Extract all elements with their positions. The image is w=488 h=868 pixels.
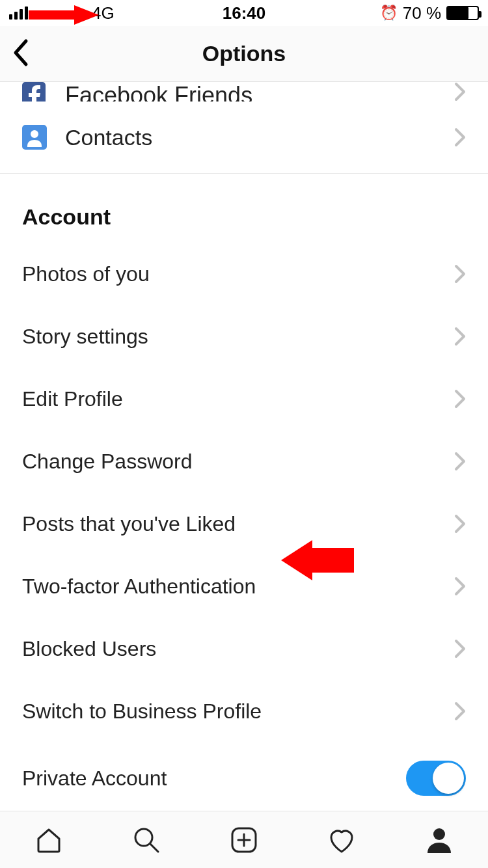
list-item-label: Posts that you've Liked — [22, 512, 236, 536]
list-item-label: Two-factor Authentication — [22, 575, 256, 599]
alarm-icon: ⏰ — [380, 5, 398, 21]
list-item-facebook-friends[interactable]: Facebook Friends — [0, 82, 488, 102]
list-item-posts-liked[interactable]: Posts that you've Liked — [0, 493, 488, 555]
clock: 16:40 — [223, 3, 266, 23]
status-bar: 4G 16:40 ⏰ 70 % — [0, 0, 488, 26]
chevron-right-icon — [454, 576, 466, 596]
list-item-photos-of-you[interactable]: Photos of you — [0, 243, 488, 305]
tab-add-post[interactable] — [224, 821, 264, 860]
chevron-right-icon — [454, 389, 466, 409]
list-item-switch-business-profile[interactable]: Switch to Business Profile — [0, 680, 488, 742]
tab-home[interactable] — [29, 821, 68, 860]
list-item-label: Edit Profile — [22, 387, 123, 411]
list-item-edit-profile[interactable]: Edit Profile — [0, 368, 488, 430]
tab-search[interactable] — [127, 821, 166, 860]
contacts-icon — [22, 125, 52, 150]
list-item-label: Blocked Users — [22, 637, 156, 661]
svg-point-10 — [433, 828, 445, 840]
chevron-right-icon — [454, 264, 466, 284]
svg-line-6 — [150, 844, 158, 852]
facebook-icon — [22, 82, 52, 102]
list-item-change-password[interactable]: Change Password — [0, 430, 488, 493]
list-item-label: Photos of you — [22, 262, 150, 286]
chevron-right-icon — [454, 327, 466, 346]
list-item-contacts[interactable]: Contacts — [0, 102, 488, 173]
navbar: Options — [0, 26, 488, 82]
chevron-right-icon — [454, 701, 466, 721]
list-item-private-account[interactable]: Private Account — [0, 742, 488, 811]
home-icon — [33, 824, 64, 856]
battery-text: 70 % — [403, 3, 441, 23]
list-item-label: Private Account — [22, 766, 167, 791]
chevron-right-icon — [454, 514, 466, 534]
list-item-story-settings[interactable]: Story settings — [0, 305, 488, 368]
settings-list: Facebook Friends Contacts Account Photos… — [0, 82, 488, 811]
list-item-label: Facebook Friends — [65, 82, 252, 102]
page-title: Options — [202, 41, 286, 66]
private-account-toggle[interactable] — [406, 761, 466, 796]
chevron-right-icon — [454, 128, 466, 147]
network-label: 4G — [92, 3, 115, 23]
list-item-label: Switch to Business Profile — [22, 699, 262, 724]
tab-profile[interactable] — [420, 821, 459, 860]
chevron-right-icon — [454, 639, 466, 658]
list-item-label: Contacts — [65, 125, 152, 150]
tab-bar — [0, 811, 488, 868]
profile-icon — [424, 824, 455, 856]
list-item-label: Change Password — [22, 450, 192, 474]
svg-point-3 — [31, 130, 38, 138]
section-divider — [0, 173, 488, 182]
battery-icon — [446, 6, 479, 20]
section-header-account: Account — [0, 182, 488, 243]
add-icon — [228, 824, 260, 856]
chevron-right-icon — [454, 82, 466, 102]
search-icon — [131, 824, 162, 856]
signal-icon — [9, 7, 28, 20]
list-item-two-factor-authentication[interactable]: Two-factor Authentication — [0, 555, 488, 617]
tab-activity[interactable] — [322, 821, 361, 860]
back-button[interactable] — [12, 38, 30, 70]
chevron-right-icon — [454, 452, 466, 471]
list-item-blocked-users[interactable]: Blocked Users — [0, 617, 488, 680]
list-item-label: Story settings — [22, 325, 148, 349]
heart-icon — [326, 824, 357, 856]
